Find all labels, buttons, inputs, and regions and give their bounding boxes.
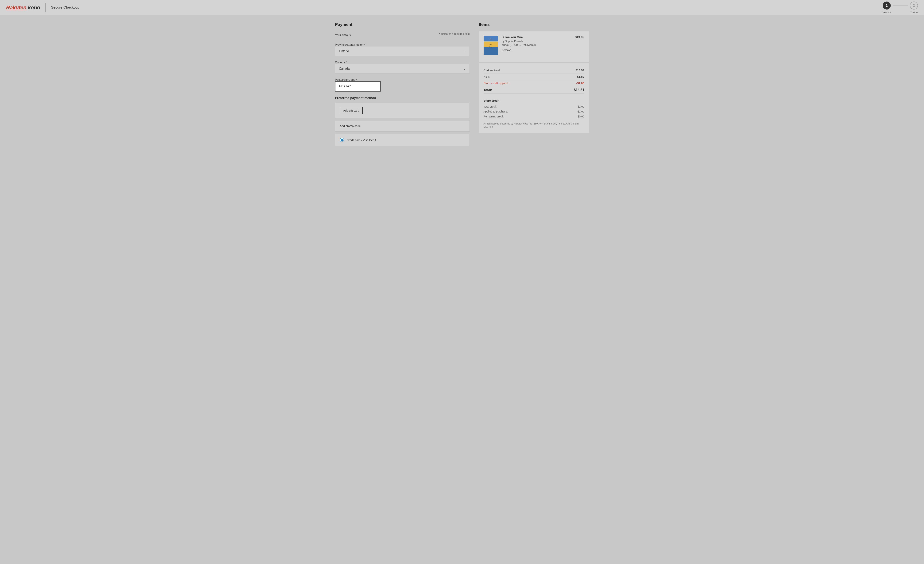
site-header: Rakuten kobo Secure Checkout 1 Payment 2… [0,0,924,15]
cart-subtotal-value: $13.99 [576,69,584,72]
store-credit-title: Store credit [484,99,584,102]
cart-subtotal-label: Cart subtotal: [484,69,501,72]
step-2-label: Review [910,11,918,14]
hst-value: $1.82 [577,75,584,78]
checkout-steps: 1 Payment 2 Review [882,2,918,14]
country-select-wrapper[interactable]: Canada United States United Kingdom ⌄ [335,64,470,74]
country-select[interactable]: Canada United States United Kingdom [335,64,470,73]
item-author: by Sophie Kinsella [502,40,571,43]
header-divider [45,3,46,12]
store-credit-applied-label: Store credit applied: [484,81,509,85]
province-label: Province/State/Region * [335,43,365,46]
step-1-circle: 1 [883,2,891,9]
total-credit-row: Total credit: $1.00 [484,104,584,109]
applied-to-purchase-row: Applied to purchase: -$1.00 [484,109,584,114]
step-1-label: Payment [882,11,891,14]
total-value: $14.81 [574,88,584,92]
svg-text:You: You [489,44,492,45]
preferred-payment-label: Preferred payment method [335,96,470,100]
grand-total-row: Total: $14.81 [484,86,584,94]
step-review: 2 Review [910,2,918,14]
province-field-group: Province/State/Region * Ontario British … [335,43,470,56]
your-details-row: Your details * indicates a required fiel… [335,32,470,39]
credit-card-label: Credit card / Visa Debit [346,138,376,141]
province-select-wrapper[interactable]: Ontario British Columbia Quebec Alberta … [335,46,470,56]
step-2-circle: 2 [910,2,918,9]
book-cover-image: I Owe You One [484,36,498,55]
item-price: $13.99 [575,36,584,39]
checkout-title: Secure Checkout [51,5,79,10]
country-label: Country * [335,60,347,64]
payment-panel: Payment Your details * indicates a requi… [335,22,479,148]
hst-row: HST: $1.82 [484,74,584,80]
svg-rect-2 [484,47,498,55]
required-note: * indicates a required field [439,32,470,35]
total-credit-label: Total credit: [484,105,497,108]
hst-label: HST: [484,75,490,78]
items-panel: Items I Owe You One I Owe Y [479,22,589,148]
cart-subtotal-row: Cart subtotal: $13.99 [484,67,584,74]
your-details-label: Your details [335,33,351,37]
postal-input[interactable] [335,81,381,92]
remaining-credit-row: Remaining credit: $0.00 [484,114,584,119]
svg-text:One: One [489,46,492,48]
credit-card-radio[interactable] [340,138,344,142]
item-title: I Owe You One [502,36,571,39]
store-credit-applied-row: Store credit applied: -$1.00 [484,80,584,86]
payment-title: Payment [335,22,470,27]
promo-code-section: Add promo code [335,120,470,132]
main-content: Payment Your details * indicates a requi… [329,15,595,155]
transaction-note: All transactions processed by Rakuten Ko… [484,122,584,129]
step-connector [893,6,908,6]
add-gift-card-button[interactable]: Add gift card [340,107,363,114]
credit-card-section[interactable]: Credit card / Visa Debit [335,134,470,146]
store-credit-applied-value: -$1.00 [576,81,584,85]
add-promo-button[interactable]: Add promo code [340,124,361,128]
total-credit-value: $1.00 [578,105,584,108]
applied-value: -$1.00 [577,110,584,113]
step-payment: 1 Payment [882,2,891,14]
svg-text:I Owe: I Owe [489,38,492,40]
item-format: eBook (EPUB 3, Reflowable) [502,44,571,47]
applied-label: Applied to purchase: [484,110,508,113]
country-field-group: Country * Canada United States United Ki… [335,60,470,74]
items-title: Items [479,22,589,27]
logo-rakuten: Rakuten [6,5,26,11]
totals-box: Cart subtotal: $13.99 HST: $1.82 Store c… [479,63,589,133]
province-select[interactable]: Ontario British Columbia Quebec Alberta [335,47,470,56]
item-row: I Owe You One I Owe You One by Sophie Ki… [484,36,584,55]
remaining-value: $0.00 [578,115,584,118]
remove-item-button[interactable]: Remove [502,48,512,51]
store-credit-section: Store credit Total credit: $1.00 Applied… [484,97,584,119]
total-label: Total: [484,88,492,92]
postal-label: Postal/Zip Code * [335,78,357,81]
postal-field-group: Postal/Zip Code * [335,78,470,92]
remaining-label: Remaining credit: [484,115,504,118]
gift-card-section: Add gift card [335,103,470,118]
logo-kobo: kobo [28,5,40,11]
logo-text: Rakuten kobo [6,5,40,11]
book-cover-svg: I Owe You One [484,36,498,55]
items-box: I Owe You One I Owe You One by Sophie Ki… [479,31,589,62]
item-details: I Owe You One by Sophie Kinsella eBook (… [502,36,571,51]
radio-inner [341,139,343,141]
logo[interactable]: Rakuten kobo [6,5,40,11]
